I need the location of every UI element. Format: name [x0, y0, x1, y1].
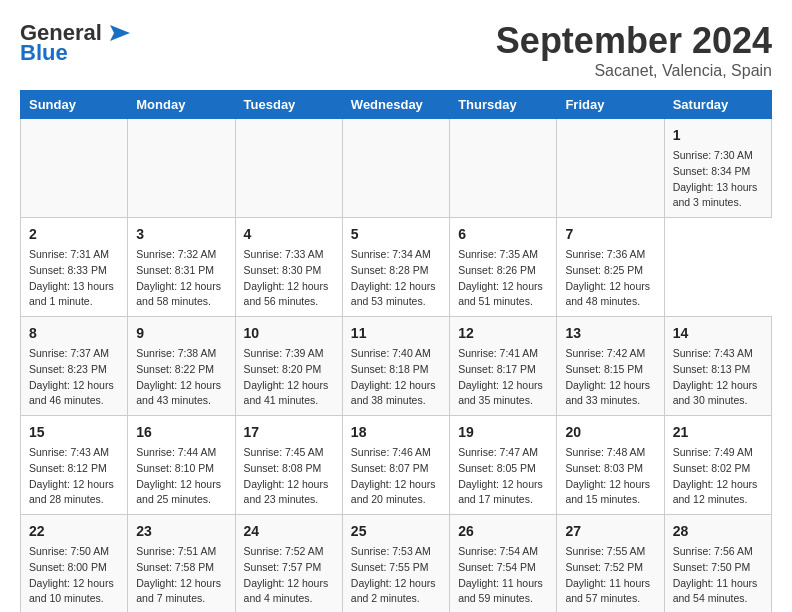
day-info: Sunrise: 7:47 AM Sunset: 8:05 PM Dayligh…	[458, 445, 548, 508]
calendar-cell: 11Sunrise: 7:40 AM Sunset: 8:18 PM Dayli…	[342, 317, 449, 416]
calendar-cell: 16Sunrise: 7:44 AM Sunset: 8:10 PM Dayli…	[128, 416, 235, 515]
calendar-cell: 27Sunrise: 7:55 AM Sunset: 7:52 PM Dayli…	[557, 515, 664, 613]
logo-arrow-icon	[102, 23, 134, 43]
day-info: Sunrise: 7:56 AM Sunset: 7:50 PM Dayligh…	[673, 544, 763, 607]
calendar-cell: 4Sunrise: 7:33 AM Sunset: 8:30 PM Daylig…	[235, 218, 342, 317]
calendar-cell: 9Sunrise: 7:38 AM Sunset: 8:22 PM Daylig…	[128, 317, 235, 416]
day-number: 1	[673, 125, 763, 146]
day-number: 10	[244, 323, 334, 344]
day-info: Sunrise: 7:48 AM Sunset: 8:03 PM Dayligh…	[565, 445, 655, 508]
day-info: Sunrise: 7:51 AM Sunset: 7:58 PM Dayligh…	[136, 544, 226, 607]
calendar-cell	[557, 119, 664, 218]
weekday-header-monday: Monday	[128, 91, 235, 119]
day-info: Sunrise: 7:42 AM Sunset: 8:15 PM Dayligh…	[565, 346, 655, 409]
day-number: 19	[458, 422, 548, 443]
calendar-cell: 1Sunrise: 7:30 AM Sunset: 8:34 PM Daylig…	[664, 119, 771, 218]
day-number: 13	[565, 323, 655, 344]
day-number: 26	[458, 521, 548, 542]
month-title: September 2024	[496, 20, 772, 62]
day-number: 23	[136, 521, 226, 542]
day-info: Sunrise: 7:45 AM Sunset: 8:08 PM Dayligh…	[244, 445, 334, 508]
day-info: Sunrise: 7:41 AM Sunset: 8:17 PM Dayligh…	[458, 346, 548, 409]
calendar-cell	[342, 119, 449, 218]
day-number: 17	[244, 422, 334, 443]
weekday-header-tuesday: Tuesday	[235, 91, 342, 119]
day-info: Sunrise: 7:34 AM Sunset: 8:28 PM Dayligh…	[351, 247, 441, 310]
calendar-cell	[21, 119, 128, 218]
day-number: 24	[244, 521, 334, 542]
calendar-cell: 22Sunrise: 7:50 AM Sunset: 8:00 PM Dayli…	[21, 515, 128, 613]
day-number: 6	[458, 224, 548, 245]
calendar-cell	[450, 119, 557, 218]
day-info: Sunrise: 7:39 AM Sunset: 8:20 PM Dayligh…	[244, 346, 334, 409]
day-info: Sunrise: 7:54 AM Sunset: 7:54 PM Dayligh…	[458, 544, 548, 607]
day-number: 5	[351, 224, 441, 245]
calendar-week-row: 1Sunrise: 7:30 AM Sunset: 8:34 PM Daylig…	[21, 119, 772, 218]
calendar-cell: 12Sunrise: 7:41 AM Sunset: 8:17 PM Dayli…	[450, 317, 557, 416]
day-number: 3	[136, 224, 226, 245]
logo-blue: Blue	[20, 40, 68, 65]
day-info: Sunrise: 7:55 AM Sunset: 7:52 PM Dayligh…	[565, 544, 655, 607]
day-number: 28	[673, 521, 763, 542]
day-number: 14	[673, 323, 763, 344]
day-number: 12	[458, 323, 548, 344]
day-info: Sunrise: 7:32 AM Sunset: 8:31 PM Dayligh…	[136, 247, 226, 310]
day-number: 18	[351, 422, 441, 443]
calendar-cell: 24Sunrise: 7:52 AM Sunset: 7:57 PM Dayli…	[235, 515, 342, 613]
calendar-cell: 20Sunrise: 7:48 AM Sunset: 8:03 PM Dayli…	[557, 416, 664, 515]
calendar-week-row: 8Sunrise: 7:37 AM Sunset: 8:23 PM Daylig…	[21, 317, 772, 416]
weekday-header-row: SundayMondayTuesdayWednesdayThursdayFrid…	[21, 91, 772, 119]
calendar-cell: 6Sunrise: 7:35 AM Sunset: 8:26 PM Daylig…	[450, 218, 557, 317]
calendar-cell: 8Sunrise: 7:37 AM Sunset: 8:23 PM Daylig…	[21, 317, 128, 416]
day-number: 2	[29, 224, 119, 245]
calendar-week-row: 2Sunrise: 7:31 AM Sunset: 8:33 PM Daylig…	[21, 218, 772, 317]
calendar-cell: 2Sunrise: 7:31 AM Sunset: 8:33 PM Daylig…	[21, 218, 128, 317]
day-number: 27	[565, 521, 655, 542]
day-number: 4	[244, 224, 334, 245]
day-info: Sunrise: 7:44 AM Sunset: 8:10 PM Dayligh…	[136, 445, 226, 508]
day-info: Sunrise: 7:38 AM Sunset: 8:22 PM Dayligh…	[136, 346, 226, 409]
calendar-cell: 14Sunrise: 7:43 AM Sunset: 8:13 PM Dayli…	[664, 317, 771, 416]
day-info: Sunrise: 7:31 AM Sunset: 8:33 PM Dayligh…	[29, 247, 119, 310]
day-number: 11	[351, 323, 441, 344]
calendar-cell: 5Sunrise: 7:34 AM Sunset: 8:28 PM Daylig…	[342, 218, 449, 317]
day-info: Sunrise: 7:33 AM Sunset: 8:30 PM Dayligh…	[244, 247, 334, 310]
calendar-cell: 3Sunrise: 7:32 AM Sunset: 8:31 PM Daylig…	[128, 218, 235, 317]
calendar-cell: 15Sunrise: 7:43 AM Sunset: 8:12 PM Dayli…	[21, 416, 128, 515]
day-number: 16	[136, 422, 226, 443]
day-info: Sunrise: 7:37 AM Sunset: 8:23 PM Dayligh…	[29, 346, 119, 409]
calendar-cell: 10Sunrise: 7:39 AM Sunset: 8:20 PM Dayli…	[235, 317, 342, 416]
day-info: Sunrise: 7:43 AM Sunset: 8:12 PM Dayligh…	[29, 445, 119, 508]
calendar-cell: 26Sunrise: 7:54 AM Sunset: 7:54 PM Dayli…	[450, 515, 557, 613]
calendar-cell: 13Sunrise: 7:42 AM Sunset: 8:15 PM Dayli…	[557, 317, 664, 416]
calendar-week-row: 15Sunrise: 7:43 AM Sunset: 8:12 PM Dayli…	[21, 416, 772, 515]
day-info: Sunrise: 7:43 AM Sunset: 8:13 PM Dayligh…	[673, 346, 763, 409]
day-number: 22	[29, 521, 119, 542]
calendar-week-row: 22Sunrise: 7:50 AM Sunset: 8:00 PM Dayli…	[21, 515, 772, 613]
calendar-cell: 23Sunrise: 7:51 AM Sunset: 7:58 PM Dayli…	[128, 515, 235, 613]
svg-marker-0	[110, 25, 130, 41]
calendar-cell: 7Sunrise: 7:36 AM Sunset: 8:25 PM Daylig…	[557, 218, 664, 317]
day-number: 25	[351, 521, 441, 542]
title-block: September 2024 Sacanet, Valencia, Spain	[496, 20, 772, 80]
day-number: 20	[565, 422, 655, 443]
day-number: 9	[136, 323, 226, 344]
calendar-table: SundayMondayTuesdayWednesdayThursdayFrid…	[20, 90, 772, 612]
day-number: 7	[565, 224, 655, 245]
calendar-cell	[128, 119, 235, 218]
location-subtitle: Sacanet, Valencia, Spain	[496, 62, 772, 80]
day-number: 21	[673, 422, 763, 443]
calendar-cell: 28Sunrise: 7:56 AM Sunset: 7:50 PM Dayli…	[664, 515, 771, 613]
day-info: Sunrise: 7:36 AM Sunset: 8:25 PM Dayligh…	[565, 247, 655, 310]
day-info: Sunrise: 7:53 AM Sunset: 7:55 PM Dayligh…	[351, 544, 441, 607]
logo: General Blue	[20, 20, 134, 66]
day-info: Sunrise: 7:52 AM Sunset: 7:57 PM Dayligh…	[244, 544, 334, 607]
weekday-header-sunday: Sunday	[21, 91, 128, 119]
day-info: Sunrise: 7:49 AM Sunset: 8:02 PM Dayligh…	[673, 445, 763, 508]
calendar-cell: 21Sunrise: 7:49 AM Sunset: 8:02 PM Dayli…	[664, 416, 771, 515]
day-info: Sunrise: 7:30 AM Sunset: 8:34 PM Dayligh…	[673, 148, 763, 211]
day-info: Sunrise: 7:40 AM Sunset: 8:18 PM Dayligh…	[351, 346, 441, 409]
weekday-header-friday: Friday	[557, 91, 664, 119]
calendar-cell	[235, 119, 342, 218]
day-info: Sunrise: 7:35 AM Sunset: 8:26 PM Dayligh…	[458, 247, 548, 310]
